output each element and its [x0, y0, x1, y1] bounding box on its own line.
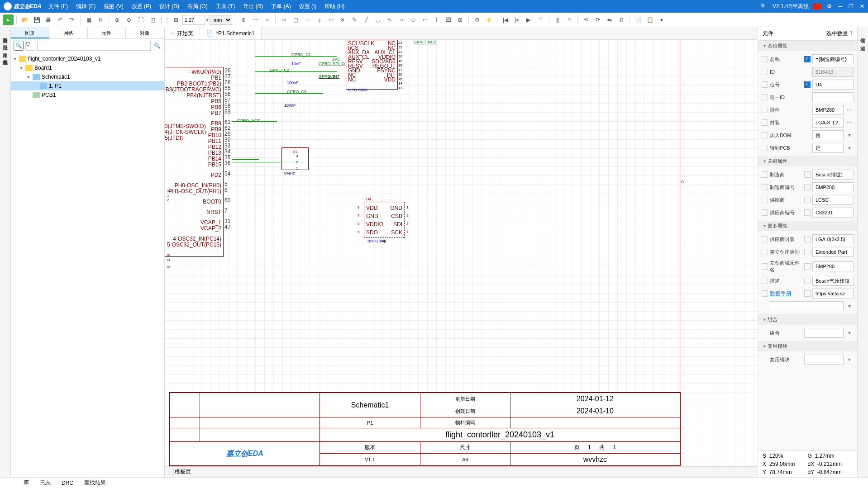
menu-edit[interactable]: 编辑 (E) [76, 3, 95, 10]
status-drc[interactable]: DRC [62, 480, 73, 486]
status-find[interactable]: 查找结果 [84, 479, 106, 487]
val-mfrpn[interactable]: BMP280 [812, 182, 854, 192]
flip-v[interactable]: ⇵ [616, 14, 627, 25]
redo-button[interactable]: ↷ [67, 14, 77, 25]
val-name[interactable]: ={制造商编号} [812, 54, 854, 64]
vtab-all-projects[interactable]: 所有工程 [1, 31, 10, 38]
tree-pcb[interactable]: PCB1 [11, 90, 164, 99]
check-device[interactable] [762, 107, 768, 113]
tab-home[interactable]: ⌂开始页 [165, 27, 200, 39]
zoom-input[interactable] [182, 15, 205, 25]
tool-7[interactable]: ⏚ [314, 14, 324, 25]
empty-select[interactable] [770, 301, 844, 311]
tree-root[interactable]: ▾flight_contorller_20240103_v1 [11, 54, 164, 63]
check-package[interactable] [762, 119, 768, 126]
tool-6[interactable]: → [302, 14, 313, 25]
val-suppn[interactable]: C83291 [812, 208, 854, 218]
search-clear[interactable]: 🔍 [153, 43, 162, 49]
menu-place[interactable]: 放置 (P) [132, 3, 151, 10]
val-sup[interactable]: LCSC [812, 195, 854, 205]
section-key[interactable]: 关键属性 [758, 156, 857, 166]
line-tool[interactable]: ╱ [361, 14, 372, 25]
copy-button[interactable]: ⎘ [95, 14, 106, 25]
package-more[interactable]: ⋯ [845, 119, 854, 126]
check-pcb[interactable] [762, 145, 768, 151]
vtab-project-design[interactable]: 工程设计 [1, 38, 10, 45]
tab-objects[interactable]: 对象 [126, 27, 164, 38]
menu-export[interactable]: 导出 (R) [243, 3, 263, 10]
tool-3[interactable]: ⎓ [262, 14, 272, 25]
section-group[interactable]: 组合 [758, 314, 857, 325]
zoom-in-button[interactable]: ⊕ [112, 14, 123, 25]
val-bom[interactable]: 是 [812, 130, 844, 140]
datasheet-link[interactable]: 数据手册 [770, 290, 792, 297]
tree-search-input[interactable] [37, 41, 151, 51]
val-desc[interactable]: Bosch气压传感 [812, 276, 854, 286]
val-pcb[interactable]: 是 [812, 143, 844, 153]
val-lcscname[interactable]: BMP280 [812, 261, 854, 271]
search-icon[interactable]: 🔍 [760, 3, 767, 9]
unit-select[interactable]: mm [210, 15, 232, 25]
device-more[interactable]: ⋯ [845, 107, 854, 113]
rect-tool[interactable]: ▭ [420, 14, 430, 25]
selection-button[interactable]: ◰ [147, 14, 158, 25]
menu-order[interactable]: 下单 (A) [271, 3, 291, 10]
val-jlccat[interactable]: Extended Part [812, 247, 854, 257]
tool-10[interactable]: ✎ [349, 14, 360, 25]
val-group[interactable] [804, 328, 844, 338]
minimize-button[interactable]: ─ [838, 3, 842, 9]
tab-parts[interactable]: 元件 [88, 27, 126, 38]
text-tool[interactable]: T [431, 14, 442, 25]
menu-file[interactable]: 文件 (F) [48, 3, 68, 10]
val-ds[interactable]: https://atta.sz [812, 289, 854, 298]
section-basic[interactable]: 基础属性 [758, 41, 857, 51]
menu-view[interactable]: 视图 (V) [104, 3, 123, 10]
curve-tool[interactable]: ∿ [384, 14, 395, 25]
check-ref-vis[interactable] [804, 81, 811, 88]
canvas-bottom-tab[interactable]: 📄 模板页 [165, 466, 758, 477]
menu-tools[interactable]: 工具 (T) [216, 3, 235, 10]
more-tools[interactable]: ▾ [656, 14, 667, 25]
align-center[interactable]: |▪| [512, 14, 523, 25]
tab-schematic[interactable]: 📄*P1.Schematic1 [200, 27, 261, 39]
check-uid[interactable] [762, 94, 768, 100]
circle-tool[interactable]: ○ [396, 14, 407, 25]
check-ref[interactable] [762, 81, 768, 88]
check-name-vis[interactable] [804, 56, 811, 62]
doc-1[interactable]: 📄 [633, 14, 644, 25]
snap-button[interactable]: ⋮⋮ [159, 14, 170, 25]
val-uid[interactable] [812, 92, 854, 102]
tree-schematic[interactable]: ▾Schematic1 [11, 72, 164, 81]
val-ref[interactable]: U4 [812, 80, 854, 90]
rotate-right[interactable]: ⟳ [592, 14, 603, 25]
image-tool[interactable]: 🖼 [443, 14, 454, 25]
doc-2[interactable]: 📋 [644, 14, 655, 25]
section-reuse[interactable]: 复用模块 [758, 341, 857, 351]
ellipse-tool[interactable]: ⬭ [408, 14, 419, 25]
print-button[interactable]: 🖶 [43, 14, 54, 25]
tool-2[interactable]: 〰 [250, 14, 261, 25]
tab-sheets[interactable]: 图页 [11, 27, 49, 38]
tree-page[interactable]: 1. P1 [11, 81, 164, 90]
val-suppkg[interactable]: LGA-8(2x2.5) [812, 234, 854, 244]
close-button[interactable]: ✕ [860, 3, 864, 9]
new-project-button[interactable]: ▸ [3, 14, 14, 25]
tool-1[interactable]: ⊕ [238, 14, 249, 25]
menu-settings[interactable]: 设置 (I) [299, 3, 317, 10]
vtab-standardize[interactable]: 器件标准化 [1, 52, 10, 60]
table-tool[interactable]: ⊞ [455, 14, 466, 25]
check-bom[interactable] [762, 132, 768, 138]
check-name[interactable] [762, 56, 768, 62]
val-device[interactable]: BMP280 [812, 105, 844, 115]
flip-h[interactable]: ⇋ [604, 14, 615, 25]
section-more[interactable]: 更多属性 [758, 221, 857, 231]
val-reuse[interactable] [804, 355, 844, 365]
settings-icon[interactable]: ⚙ [827, 3, 832, 9]
fit-button[interactable]: ⛶ [135, 14, 146, 25]
undo-button[interactable]: ↶ [55, 14, 66, 25]
menu-design[interactable]: 设计 (D) [159, 3, 179, 10]
maximize-button[interactable]: ❐ [849, 3, 854, 9]
align-right[interactable]: ▶| [524, 14, 534, 25]
grid-toggle-button[interactable]: ⊞ [171, 14, 181, 25]
check-id[interactable] [762, 69, 768, 75]
